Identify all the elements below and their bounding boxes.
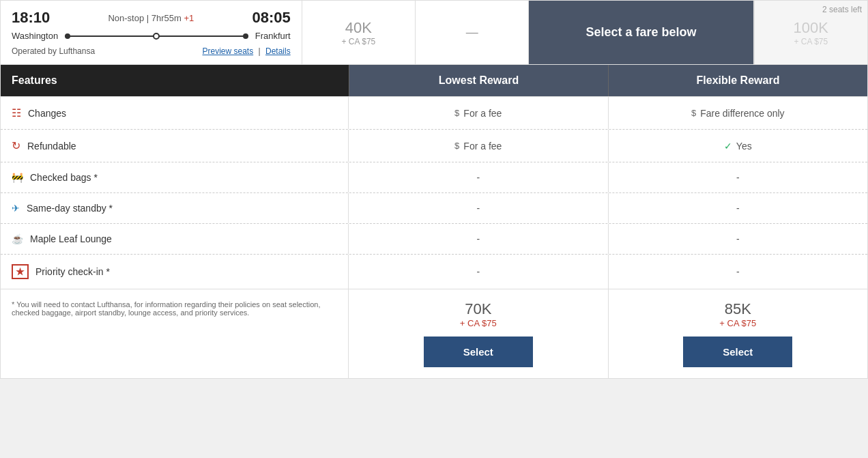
refundable-flexible-value: ✓ Yes: [609, 130, 868, 162]
feature-name-priority: ★ Priority check-in *: [1, 255, 349, 289]
operated-by: Operated by Lufthansa: [12, 46, 95, 56]
nonstop-label: Non-stop: [108, 13, 144, 23]
calendar-icon: ☷: [12, 106, 21, 119]
lounge-lowest-value: -: [349, 224, 609, 254]
flight-line: [65, 32, 248, 40]
priority-flexible-text: -: [736, 266, 740, 277]
standby-lowest-text: -: [476, 203, 480, 214]
features-col-header: Features: [1, 65, 349, 96]
refundable-lowest-value: $ For a fee: [349, 130, 609, 162]
arrival-time: 08:05: [252, 9, 290, 27]
flight-links: Preview seats | Details: [203, 46, 291, 56]
priority-lowest-value: -: [349, 255, 609, 289]
feature-row-refundable: ↻ Refundable $ For a fee ✓ Yes: [1, 130, 867, 162]
lowest-select-button[interactable]: Select: [424, 337, 533, 367]
seats-left: 2 seats left: [822, 5, 862, 14]
flexible-points-header: 100K: [794, 19, 828, 37]
priority-label: Priority check-in *: [35, 266, 110, 277]
lowest-price-col: 40K + CA $75: [302, 1, 416, 64]
flexible-reward-header: Flexible Reward: [608, 65, 867, 96]
refundable-label: Refundable: [27, 141, 76, 152]
flexible-bottom-points: 85K: [725, 300, 751, 318]
checked-bags-lowest-text: -: [476, 172, 480, 183]
flight-meta: Non-stop | 7hr55m +1: [108, 13, 194, 23]
standby-icon: ✈: [12, 203, 20, 214]
checked-bags-label: Checked bags *: [30, 172, 98, 183]
duration: 7hr55m: [151, 13, 182, 23]
feature-name-refundable: ↻ Refundable: [1, 130, 349, 162]
flight-header: 18:10 Non-stop | 7hr55m +1 08:05 Washing…: [1, 1, 867, 65]
feature-name-lounge: ☕ Maple Leaf Lounge: [1, 224, 349, 254]
lowest-bottom-col: 70K + CA $75 Select: [349, 289, 609, 378]
feature-name-standby: ✈ Same-day standby *: [1, 193, 349, 223]
changes-flexible-value: $ Fare difference only: [609, 97, 868, 129]
priority-flexible-value: -: [609, 255, 868, 289]
select-fare-col: Select a fare below: [529, 1, 753, 64]
select-fare-text: Select a fare below: [586, 25, 697, 40]
bag-icon: 🚧: [12, 172, 23, 183]
standby-label: Same-day standby *: [27, 203, 113, 214]
details-link[interactable]: Details: [265, 46, 291, 56]
preview-seats-link[interactable]: Preview seats: [203, 46, 254, 56]
lowest-points: 40K: [345, 19, 372, 37]
standby-flexible-value: -: [609, 193, 868, 223]
priority-icon: ★: [12, 264, 29, 279]
feature-row-priority: ★ Priority check-in * - -: [1, 255, 867, 289]
dollar-icon-changes-flexible: $: [691, 108, 696, 118]
feature-row-standby: ✈ Same-day standby * - -: [1, 193, 867, 224]
check-icon-refundable: ✓: [724, 141, 732, 152]
feature-row-checked-bags: 🚧 Checked bags * - -: [1, 162, 867, 193]
flight-footer: Operated by Lufthansa Preview seats | De…: [12, 46, 291, 56]
features-header: Features Lowest Reward Flexible Reward: [1, 65, 867, 97]
changes-lowest-value: $ For a fee: [349, 97, 609, 129]
flight-line-dot-mid: [153, 33, 160, 40]
lounge-flexible-value: -: [609, 224, 868, 254]
flexible-bottom-col: 85K + CA $75 Select: [609, 289, 868, 378]
day-offset: +1: [184, 13, 194, 23]
departure-time: 18:10: [12, 9, 50, 27]
priority-lowest-text: -: [476, 266, 480, 277]
feature-row-lounge: ☕ Maple Leaf Lounge - -: [1, 224, 867, 255]
flight-line-dot-left: [65, 33, 70, 39]
lowest-cash: + CA $75: [342, 37, 376, 46]
feature-name-changes: ☷ Changes: [1, 97, 349, 129]
changes-lowest-text: For a fee: [463, 108, 502, 119]
lowest-bottom-cash: + CA $75: [460, 318, 497, 328]
refund-icon: ↻: [12, 139, 20, 152]
feature-name-checked-bags: 🚧 Checked bags *: [1, 162, 349, 192]
flight-line-dot-right: [243, 33, 248, 39]
changes-flexible-text: Fare difference only: [700, 108, 784, 119]
lounge-lowest-text: -: [476, 233, 480, 244]
flight-info: 18:10 Non-stop | 7hr55m +1 08:05 Washing…: [1, 1, 302, 64]
standby-flexible-text: -: [736, 203, 740, 214]
blank-dash: —: [466, 25, 478, 40]
blank-price-col: —: [416, 1, 529, 64]
lowest-reward-header: Lowest Reward: [349, 65, 608, 96]
checked-bags-flexible-text: -: [736, 172, 740, 183]
lounge-flexible-text: -: [736, 233, 740, 244]
link-separator: |: [259, 46, 261, 56]
changes-label: Changes: [28, 108, 66, 119]
feature-row-changes: ☷ Changes $ For a fee $ Fare difference …: [1, 97, 867, 130]
features-table: ☷ Changes $ For a fee $ Fare difference …: [1, 97, 867, 289]
destination-city: Frankfurt: [255, 31, 291, 41]
refundable-lowest-text: For a fee: [463, 141, 502, 152]
flight-card: 18:10 Non-stop | 7hr55m +1 08:05 Washing…: [0, 0, 868, 379]
flight-route: Washington Frankfurt: [12, 31, 291, 41]
dollar-icon-changes-lowest: $: [454, 108, 459, 118]
bottom-row: * You will need to contact Lufthansa, fo…: [1, 289, 867, 378]
flexible-price-col: 2 seats left 100K + CA $75: [754, 1, 867, 64]
checked-bags-flexible-value: -: [609, 162, 868, 192]
flexible-bottom-cash: + CA $75: [719, 318, 756, 328]
separator: |: [147, 13, 151, 23]
footnote: * You will need to contact Lufthansa, fo…: [1, 289, 349, 378]
origin-city: Washington: [12, 31, 58, 41]
lowest-bottom-points: 70K: [465, 300, 491, 318]
flexible-select-button[interactable]: Select: [683, 337, 792, 367]
flexible-cash-header: + CA $75: [794, 37, 828, 46]
dollar-icon-refundable-lowest: $: [454, 141, 459, 151]
lounge-label: Maple Leaf Lounge: [30, 233, 112, 244]
refundable-flexible-text: Yes: [736, 141, 752, 152]
standby-lowest-value: -: [349, 193, 609, 223]
flight-times: 18:10 Non-stop | 7hr55m +1 08:05: [12, 9, 291, 27]
